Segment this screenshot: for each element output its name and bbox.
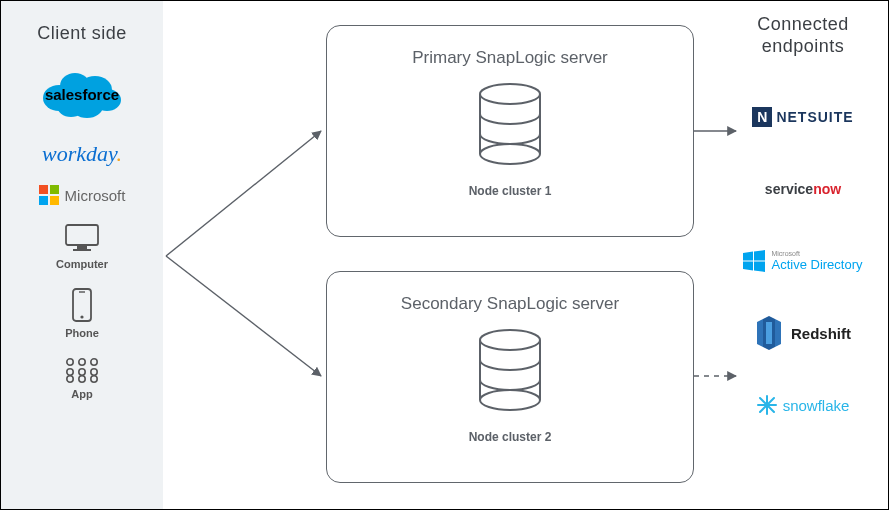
svg-rect-7 (50, 185, 59, 194)
svg-marker-32 (743, 262, 753, 271)
windows-icon (743, 250, 765, 272)
smartphone-icon (72, 288, 92, 322)
svg-point-29 (480, 390, 540, 410)
endpoint-snowflake: snowflake (718, 369, 888, 441)
svg-marker-30 (743, 252, 753, 261)
client-side-title: Client side (1, 23, 163, 44)
secondary-server-box: Secondary SnapLogic server Node cluster … (326, 271, 694, 483)
app-label: App (1, 388, 163, 400)
ad-label-b: Active Directory (771, 257, 862, 272)
arrow-client-to-primary (166, 131, 321, 256)
svg-point-14 (80, 315, 83, 318)
svg-point-23 (67, 376, 73, 382)
servicenow-label-a: service (765, 181, 813, 197)
primary-cluster-label: Node cluster 1 (327, 184, 693, 198)
servicenow-label-b: now (813, 181, 841, 197)
monitor-icon (63, 223, 101, 253)
svg-point-17 (79, 359, 85, 365)
netsuite-n-icon: N (752, 107, 772, 127)
database-cylinder-icon (471, 328, 549, 416)
svg-marker-35 (775, 319, 781, 347)
svg-rect-10 (66, 225, 98, 245)
svg-point-27 (480, 144, 540, 164)
svg-point-18 (91, 359, 97, 365)
svg-marker-33 (754, 262, 765, 273)
netsuite-label: NETSUITE (776, 109, 853, 125)
endpoint-active-directory: Microsoft Active Directory (718, 225, 888, 297)
arrow-client-to-secondary (166, 256, 321, 376)
svg-point-20 (79, 369, 85, 375)
svg-point-24 (79, 376, 85, 382)
svg-rect-38 (766, 322, 772, 344)
client-side-column: Client side salesforce workday. (1, 23, 163, 418)
client-workday: workday. (1, 141, 163, 167)
phone-label: Phone (1, 327, 163, 339)
svg-rect-12 (73, 249, 91, 251)
svg-point-26 (480, 84, 540, 104)
svg-rect-6 (39, 185, 48, 194)
connected-endpoints-items: N NETSUITE servicenow Microsoft Active D… (718, 81, 888, 441)
svg-point-25 (91, 376, 97, 382)
primary-server-box: Primary SnapLogic server Node cluster 1 (326, 25, 694, 237)
client-app: App (1, 357, 163, 400)
microsoft-label: Microsoft (65, 187, 126, 204)
secondary-cluster-label: Node cluster 2 (327, 430, 693, 444)
client-microsoft: Microsoft (1, 185, 163, 205)
app-grid-icon (65, 357, 99, 383)
connected-endpoints-title: Connected endpoints (718, 13, 888, 57)
client-computer: Computer (1, 223, 163, 270)
snowflake-icon (757, 395, 777, 415)
workday-logo-icon: workday. (42, 141, 122, 166)
secondary-server-title: Secondary SnapLogic server (327, 294, 693, 314)
connected-endpoints-column: Connected endpoints N NETSUITE serviceno… (718, 13, 888, 441)
endpoint-netsuite: N NETSUITE (718, 81, 888, 153)
endpoint-servicenow: servicenow (718, 153, 888, 225)
svg-point-28 (480, 330, 540, 350)
salesforce-cloud-icon: salesforce (37, 66, 127, 120)
primary-server-title: Primary SnapLogic server (327, 48, 693, 68)
svg-marker-34 (757, 319, 763, 347)
redshift-label: Redshift (791, 325, 851, 342)
microsoft-squares-icon (39, 185, 59, 205)
computer-label: Computer (1, 258, 163, 270)
client-side-items: salesforce workday. Microsoft Computer (1, 66, 163, 400)
svg-rect-8 (39, 196, 48, 205)
svg-point-19 (67, 369, 73, 375)
endpoint-redshift: Redshift (718, 297, 888, 369)
svg-point-16 (67, 359, 73, 365)
salesforce-label: salesforce (45, 86, 119, 103)
redshift-icon (755, 316, 783, 350)
client-salesforce: salesforce (1, 66, 163, 123)
snowflake-label: snowflake (783, 397, 850, 414)
svg-rect-11 (77, 245, 87, 249)
client-phone: Phone (1, 288, 163, 339)
svg-rect-9 (50, 196, 59, 205)
svg-point-21 (91, 369, 97, 375)
workday-label: workday (42, 141, 117, 166)
svg-marker-31 (754, 250, 765, 261)
database-cylinder-icon (471, 82, 549, 170)
